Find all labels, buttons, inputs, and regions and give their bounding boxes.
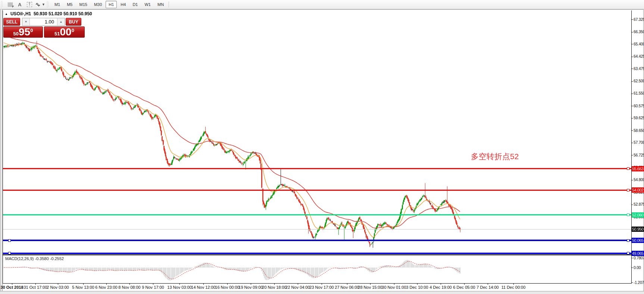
grid-f-tool-button[interactable]: F [6,1,14,8]
time-axis-label: 6 Nov 23:00 [95,285,117,290]
current-price-label: 50.950 [632,227,644,232]
sell-button[interactable]: SELL [3,18,20,26]
price-axis-tick-mark [631,106,633,106]
timeframe-button-m15[interactable]: M15 [76,1,90,8]
line-handle[interactable] [627,189,629,192]
time-axis-tick-mark [179,284,180,285]
candlestick-chart-canvas[interactable] [3,10,631,283]
buy-price-small-digits: 51 [54,31,60,37]
price-axis-tick-mark [631,118,633,118]
line-handle[interactable] [8,252,11,255]
time-axis-label: 4 Dec 19:00 [429,285,451,290]
time-axis-tick-mark [513,284,514,285]
time-axis-label: 31 Oct 17:00 [24,285,47,290]
buy-price-pip-digit: 0 [72,28,74,33]
chevron-down-icon[interactable]: ▼ [42,3,45,6]
price-line-label: 54.002 [632,187,644,193]
line-handle[interactable] [627,239,629,242]
price-axis-tick-mark [631,143,633,143]
volume-increase-button[interactable]: ▲ [57,18,65,25]
line-handle[interactable] [627,252,629,255]
one-click-panel-collapse-arrow[interactable]: ▲ [5,12,8,16]
time-axis-tick-mark [322,284,322,285]
timeframe-button-m30[interactable]: M30 [91,1,105,8]
time-axis-tick-mark [106,284,107,285]
toolbar-separator [169,1,169,7]
time-axis-label: 22 Nov 04:00 [285,285,310,290]
window-left-border [0,9,3,294]
time-axis-tick-mark [394,284,394,285]
arrows-tool-button[interactable]: ▼ [35,1,45,8]
time-axis-label: 13 Nov 03:00 [167,285,191,290]
line-handle[interactable] [627,167,629,170]
price-axis-tick-mark [631,205,633,205]
macd-name: MACD(12,26,9) [5,256,34,261]
chart-title-row: ▲ USOil-,H1 50.930 51.020 50.910 50.950 [5,11,92,16]
timeframe-button-h1[interactable]: H1 [106,1,117,8]
horizontal-line[interactable] [3,168,631,169]
time-axis-tick-mark [298,284,298,285]
text-label-tool-button[interactable]: T [25,1,34,8]
time-axis-label: 7 Dec 14:00 [476,285,498,290]
macd-axis-tick-mark [631,268,633,268]
volume-decrease-button[interactable]: ▼ [22,18,30,25]
time-axis-tick-mark [203,284,204,285]
price-axis-tick-mark [631,57,633,57]
time-axis-label: 19 Nov 09:00 [238,285,263,290]
time-axis-label: 8 Nov 08:00 [118,285,140,290]
time-axis-label: 20 Nov 18:00 [262,285,286,290]
time-axis-tick-mark [464,284,465,285]
time-axis-label: 3 Dec 10:00 [406,285,428,290]
price-axis-tick-mark [631,19,633,20]
time-axis-tick-mark [274,284,275,285]
line-handle[interactable] [8,239,11,242]
macd-panel-bottom-border [3,283,632,284]
horizontal-line[interactable] [3,240,631,241]
line-handle[interactable] [627,214,629,216]
time-axis-tick-mark [35,284,36,285]
timeframe-button-mn[interactable]: MN [154,1,167,8]
price-axis-tick-mark [631,32,633,32]
text-tool-button[interactable]: A [16,1,24,8]
time-axis-tick-mark [58,284,58,285]
time-axis-tick-mark [12,284,12,285]
buy-button[interactable]: BUY [66,18,81,26]
price-line-label: 55.663 [632,166,644,171]
time-axis-label: 30 Oct 2018 [0,285,23,290]
horizontal-line[interactable] [3,214,631,215]
price-axis-tick-label: 52.875 [634,202,644,207]
toolbar-grip[interactable] [47,1,49,7]
text-label-icon: T [27,2,32,7]
arrows-tool-icon [35,2,41,7]
timeframe-button-h4[interactable]: H4 [118,1,129,8]
time-axis-label: 6 Dec 05:00 [453,285,475,290]
volume-input[interactable] [30,18,57,25]
macd-panel-separator[interactable] [3,255,632,255]
timeframe-button-d1[interactable]: D1 [129,1,141,8]
price-axis-tick-label: 59.625 [634,116,644,120]
mt4-application-window: F A T ▼ M1M5M15M30H1H4D1W1MN ▲ USOil-,H1 [0,0,644,294]
buy-price-big-digits: 00 [60,27,72,37]
time-axis-tick-mark [83,284,84,285]
price-axis-tick-label: 61.550 [634,91,644,96]
toolbar-grip[interactable] [1,1,3,7]
sell-price-display[interactable]: 50 95 0 [3,26,43,38]
price-axis-tick-mark [631,155,633,155]
time-axis-tick-mark [417,284,418,285]
price-axis-tick-mark [631,180,633,180]
timeframe-button-m5[interactable]: M5 [64,1,75,8]
horizontal-line[interactable] [3,190,631,191]
price-axis-tick-mark [631,69,633,69]
window-bottom-border [0,291,644,294]
horizontal-line[interactable] [3,253,631,254]
price-axis-tick-label: 65.400 [634,42,644,47]
price-axis-tick-label: 56.725 [634,153,644,158]
buy-price-display[interactable]: 51 00 0 [44,26,85,38]
macd-indicator-label: MACD(12,26,9) -0.3580 -0.2552 [5,256,64,261]
time-axis-label: 11 Dec 00:00 [501,285,526,290]
timeframe-button-m1[interactable]: M1 [51,1,63,8]
time-axis-label: 2 Nov 03:00 [47,285,69,290]
price-axis-tick-label: 66.350 [634,29,644,34]
timeframe-button-w1[interactable]: W1 [141,1,154,8]
time-axis-label: 23 Nov 17:00 [309,285,334,290]
